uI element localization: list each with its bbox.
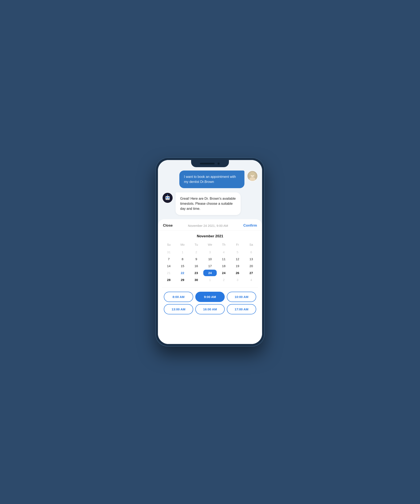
- calendar-month-label: November 2021: [162, 234, 258, 238]
- calendar-day[interactable]: 29: [176, 276, 189, 283]
- calendar-weekday-header: Tu: [190, 242, 203, 248]
- calendar-day[interactable]: 8: [176, 256, 189, 262]
- calendar-day[interactable]: 2: [190, 249, 203, 255]
- chat-area: I want to book an appointment with my de…: [158, 160, 262, 219]
- calendar-day[interactable]: 26: [231, 270, 244, 276]
- camera: [217, 162, 220, 165]
- svg-rect-10: [166, 199, 169, 199]
- calendar-weekday-header: Fr: [231, 242, 244, 248]
- calendar-day[interactable]: 6: [245, 249, 258, 255]
- svg-point-12: [167, 194, 168, 195]
- calendar-day[interactable]: 28: [162, 276, 175, 283]
- user-message-text: I want to book an appointment with my de…: [184, 175, 236, 184]
- time-slot-button[interactable]: 13:00 AM: [164, 304, 193, 314]
- calendar-weekday-header: Su: [162, 242, 175, 248]
- calendar-day[interactable]: 30: [190, 276, 203, 283]
- selected-datetime-label: November 24 2021, 9:00 AM: [188, 224, 228, 228]
- picker-area: Close November 24 2021, 9:00 AM Confirm …: [158, 219, 262, 344]
- calendar-day[interactable]: 4: [217, 249, 230, 255]
- divider: [162, 287, 258, 288]
- user-avatar: [247, 170, 258, 181]
- svg-point-9: [168, 197, 169, 198]
- calendar-day[interactable]: 3: [203, 249, 216, 255]
- calendar-day[interactable]: 18: [217, 263, 230, 269]
- time-slot-row: 8:00 AM9:00 AM10:00 AM: [161, 292, 259, 302]
- calendar-day[interactable]: 11: [217, 256, 230, 262]
- confirm-button[interactable]: Confirm: [243, 223, 257, 228]
- calendar-day[interactable]: 24: [203, 270, 216, 276]
- calendar-day[interactable]: 21: [162, 270, 175, 276]
- svg-point-8: [166, 197, 167, 198]
- calendar-day[interactable]: 17: [203, 263, 216, 269]
- calendar-day[interactable]: 9: [190, 256, 203, 262]
- calendar-day[interactable]: 31: [162, 249, 175, 255]
- calendar-day[interactable]: 20: [245, 263, 258, 269]
- bot-message-text: Great! Here are Dr. Brown's available ti…: [180, 197, 236, 210]
- calendar-day[interactable]: 3: [231, 276, 244, 283]
- time-slots: 8:00 AM9:00 AM10:00 AM13:00 AM16:00 AM17…: [158, 288, 262, 318]
- time-slot-button[interactable]: 8:00 AM: [164, 292, 193, 302]
- calendar-day[interactable]: 1: [203, 276, 216, 283]
- phone-device: I want to book an appointment with my de…: [156, 157, 264, 347]
- time-slot-row: 13:00 AM16:00 AM17:00 AM: [161, 304, 259, 314]
- calendar-day[interactable]: 24: [217, 270, 230, 276]
- time-slot-button[interactable]: 10:00 AM: [227, 292, 256, 302]
- calendar-day[interactable]: 15: [176, 263, 189, 269]
- calendar-day[interactable]: 13: [245, 256, 258, 262]
- calendar-day[interactable]: 14: [162, 263, 175, 269]
- calendar-day[interactable]: 7: [162, 256, 175, 262]
- phone-screen: I want to book an appointment with my de…: [158, 160, 262, 344]
- user-message-row: I want to book an appointment with my de…: [162, 170, 258, 188]
- calendar-day[interactable]: 22: [176, 270, 189, 276]
- calendar-day[interactable]: 16: [190, 263, 203, 269]
- calendar-day[interactable]: 12: [231, 256, 244, 262]
- calendar-day[interactable]: 19: [231, 263, 244, 269]
- time-slot-button[interactable]: 17:00 AM: [227, 304, 256, 314]
- calendar-day[interactable]: 4: [245, 276, 258, 283]
- svg-point-5: [254, 173, 255, 177]
- notch: [191, 160, 229, 167]
- calendar: November 2021 SuMoTuWeThFrSa311234567891…: [158, 231, 262, 287]
- picker-header: Close November 24 2021, 9:00 AM Confirm: [158, 219, 262, 231]
- calendar-day[interactable]: 27: [245, 270, 258, 276]
- calendar-day[interactable]: 2: [217, 276, 230, 283]
- calendar-weekday-header: Th: [217, 242, 230, 248]
- user-bubble: I want to book an appointment with my de…: [179, 170, 244, 188]
- svg-point-4: [249, 173, 251, 177]
- calendar-weekday-header: Mo: [176, 242, 189, 248]
- bot-bubble: Great! Here are Dr. Brown's available ti…: [176, 192, 241, 215]
- close-button[interactable]: Close: [163, 223, 173, 228]
- calendar-day[interactable]: 10: [203, 256, 216, 262]
- calendar-weekday-header: We: [203, 242, 216, 248]
- calendar-day[interactable]: 1: [176, 249, 189, 255]
- calendar-grid: SuMoTuWeThFrSa31123456789101112131415161…: [162, 242, 258, 283]
- time-slot-button[interactable]: 16:00 AM: [195, 304, 225, 314]
- bot-avatar: [162, 192, 173, 203]
- time-slot-button[interactable]: 9:00 AM: [195, 292, 225, 302]
- calendar-weekday-header: Sa: [245, 242, 258, 248]
- speaker: [200, 163, 215, 164]
- calendar-day[interactable]: 5: [231, 249, 244, 255]
- bot-message-row: Great! Here are Dr. Brown's available ti…: [162, 192, 258, 215]
- calendar-day[interactable]: 23: [190, 270, 203, 276]
